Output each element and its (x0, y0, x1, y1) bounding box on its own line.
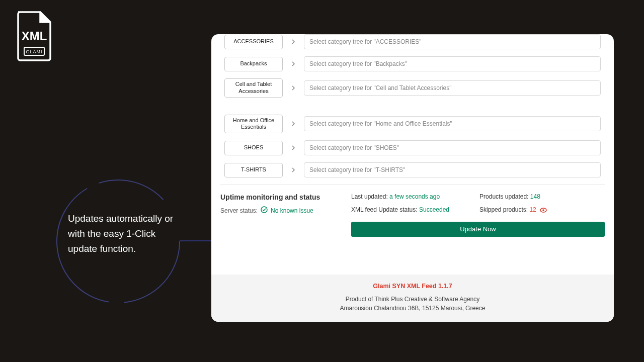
category-select-cell-tablet[interactable]: Select category tree for "Cell and Table… (304, 80, 601, 96)
divider (220, 185, 605, 185)
footer-line-2: Amarousiou Chalandriou 36B, 15125 Marous… (211, 305, 614, 312)
category-button-cell-tablet[interactable]: Cell and Tablet Accessories (224, 78, 283, 98)
svg-point-5 (542, 209, 544, 211)
callout-text: Updates automatically or with the easy 1… (68, 211, 179, 256)
callout: Updates automatically or with the easy 1… (53, 176, 184, 307)
category-rows: ACCESSORIES Select category tree for "AC… (211, 34, 614, 177)
category-row: Home and Office Essentials Select catego… (224, 115, 601, 134)
category-button-backpacks[interactable]: Backpacks (224, 57, 283, 71)
check-circle-icon (261, 206, 268, 215)
category-row: Backpacks Select category tree for "Back… (224, 56, 601, 71)
skipped-products: Skipped products: 12 (479, 206, 547, 214)
chevron-right-icon (290, 166, 297, 173)
category-select-home-office[interactable]: Select category tree for "Home and Offic… (304, 116, 601, 131)
chevron-right-icon (290, 60, 297, 67)
category-row: T-SHIRTS Select category tree for "T-SHI… (224, 162, 601, 177)
category-select-shoes[interactable]: Select category tree for "SHOES" (304, 140, 601, 155)
category-row: ACCESSORIES Select category tree for "AC… (224, 34, 601, 49)
category-row: SHOES Select category tree for "SHOES" (224, 140, 601, 155)
last-updated-label: Last updated: (351, 193, 388, 200)
feed-status-label: XML feed Update status: (351, 206, 418, 213)
category-button-shoes[interactable]: SHOES (224, 141, 283, 155)
eye-icon[interactable] (540, 207, 547, 214)
feed-status-value: Succeeded (419, 206, 449, 213)
products-updated-value: 148 (530, 193, 540, 200)
update-now-button[interactable]: Update Now (351, 222, 605, 237)
skipped-products-value: 12 (529, 206, 536, 213)
skipped-products-label: Skipped products: (479, 206, 528, 213)
category-button-home-office[interactable]: Home and Office Essentials (224, 115, 283, 134)
server-status-label: Server status: (220, 207, 258, 214)
category-select-tshirts[interactable]: Select category tree for "T-SHIRTS" (304, 162, 601, 177)
card-footer: Glami SYN XML Feed 1.1.7 Product of Thin… (211, 275, 614, 322)
chevron-right-icon (290, 144, 297, 151)
category-select-backpacks[interactable]: Select category tree for "Backpacks" (304, 56, 601, 71)
chevron-right-icon (290, 38, 297, 45)
feed-status: XML feed Update status: Succeeded (351, 206, 449, 213)
last-updated-value: a few seconds ago (389, 193, 440, 200)
xml-glami-logo: XML GLAMI (15, 11, 53, 61)
chevron-right-icon (290, 120, 297, 127)
category-row: Cell and Tablet Accessories Select categ… (224, 78, 601, 98)
products-updated: Products updated: 148 (479, 193, 547, 200)
logo-text: XML (22, 29, 47, 43)
category-button-accessories[interactable]: ACCESSORIES (224, 35, 283, 49)
category-button-tshirts[interactable]: T-SHIRTS (224, 163, 283, 177)
footer-brand: Glami SYN XML Feed 1.1.7 (211, 283, 614, 290)
server-status-value: No known issue (271, 207, 313, 214)
category-select-accessories[interactable]: Select category tree for "ACCESSORIES" (304, 34, 601, 49)
products-updated-label: Products updated: (479, 193, 528, 200)
logo-sublabel: GLAMI (26, 49, 42, 54)
last-updated: Last updated: a few seconds ago (351, 193, 449, 200)
app-card: ACCESSORIES Select category tree for "AC… (211, 34, 614, 322)
chevron-right-icon (290, 84, 297, 92)
footer-line-1: Product of Think Plus Creative & Softwar… (211, 296, 614, 303)
status-heading: Uptime monitoring and status (220, 193, 336, 201)
server-status-line: Server status: No known issue (220, 206, 336, 215)
status-area: Uptime monitoring and status Server stat… (211, 193, 614, 237)
